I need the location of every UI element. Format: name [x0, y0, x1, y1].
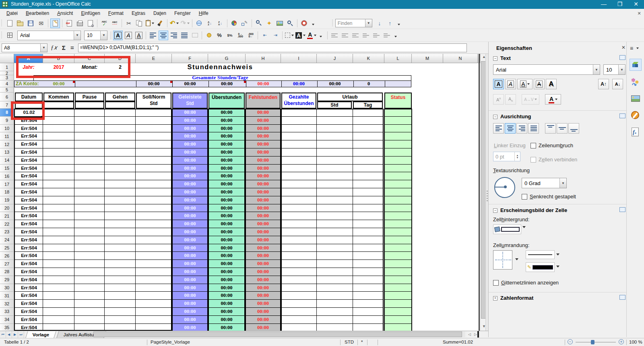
cell-section-launcher-icon[interactable]	[619, 207, 625, 212]
cell[interactable]	[136, 172, 171, 180]
cell[interactable]	[105, 196, 136, 204]
font-color-icon[interactable]: A	[307, 31, 317, 40]
cell-g10[interactable]: 00:00	[208, 125, 245, 133]
cell-f4[interactable]: 00:00	[172, 81, 208, 87]
cell-g32[interactable]: 00:00	[208, 300, 245, 308]
cell[interactable]	[353, 172, 383, 180]
cell-f14[interactable]: 00:00	[172, 157, 208, 165]
cell-i4[interactable]: 00:00	[281, 81, 317, 87]
cell[interactable]	[353, 260, 383, 268]
column-header-G[interactable]: G	[208, 54, 246, 63]
align-section-launcher-icon[interactable]	[619, 113, 625, 118]
cell[interactable]	[43, 260, 74, 268]
cell-h35[interactable]: 00:00	[246, 324, 281, 331]
header-gehen[interactable]: Gehen	[105, 93, 135, 101]
row-header-35[interactable]: 35	[0, 324, 14, 331]
sidebar-subscript-icon[interactable]: An	[505, 94, 516, 105]
row-header-3[interactable]: 3	[0, 75, 14, 80]
sidebar-decrease-font-icon[interactable]: A↓	[612, 79, 623, 89]
cell[interactable]	[43, 132, 74, 140]
align-left-icon[interactable]	[148, 31, 158, 40]
cell[interactable]	[385, 157, 412, 165]
help-icon[interactable]	[299, 19, 309, 28]
sidebar-splitter[interactable]	[485, 54, 488, 331]
cell[interactable]	[353, 148, 383, 157]
find-previous-icon[interactable]: ↑	[385, 19, 395, 28]
show-gridlines-checkbox[interactable]	[493, 280, 499, 286]
cell[interactable]	[353, 300, 383, 308]
cell[interactable]	[353, 117, 383, 125]
row-header-31[interactable]: 31	[0, 292, 14, 300]
cell[interactable]	[43, 196, 74, 204]
cell[interactable]	[43, 117, 74, 125]
cell-g29[interactable]: 00:00	[208, 276, 245, 284]
cell[interactable]	[105, 260, 136, 268]
cell-g27[interactable]: 00:00	[208, 260, 245, 268]
sidebar-italic-icon[interactable]: A	[505, 79, 516, 89]
sidebar-underline-icon[interactable]: A	[517, 79, 533, 89]
number-section-launcher-icon[interactable]	[619, 295, 625, 300]
cell[interactable]	[317, 228, 353, 236]
menu-daten[interactable]: Daten	[149, 9, 170, 17]
sidebar-valign-bottom-icon[interactable]	[568, 123, 579, 134]
cell[interactable]	[281, 268, 317, 276]
cell-f31[interactable]: 00:00	[172, 292, 208, 300]
cell[interactable]	[353, 244, 383, 252]
cell-h30[interactable]: 00:00	[246, 284, 281, 292]
align-objects-center-icon[interactable]	[340, 31, 350, 40]
cell[interactable]	[385, 165, 412, 173]
cell[interactable]	[136, 308, 171, 316]
cell-f26[interactable]: 00:00	[172, 252, 208, 260]
header-pause-sub[interactable]	[75, 101, 104, 109]
cell[interactable]	[317, 109, 353, 117]
cell[interactable]	[353, 276, 383, 284]
sum-icon[interactable]: Σ	[62, 44, 66, 51]
close-button[interactable]: ✕	[627, 0, 644, 9]
cell[interactable]	[281, 204, 317, 212]
cell[interactable]	[43, 324, 74, 331]
cell[interactable]	[353, 236, 383, 244]
gallery-icon[interactable]	[630, 93, 642, 105]
auto-spellcheck-icon[interactable]: ABC~~~	[110, 19, 120, 28]
cell-f33[interactable]: 00:00	[172, 308, 208, 316]
cell-f16[interactable]: 00:00	[172, 172, 208, 180]
row-header-23[interactable]: 23	[0, 228, 14, 236]
cell[interactable]	[43, 308, 74, 316]
cell[interactable]	[74, 308, 105, 316]
cell-a19[interactable]: Err:504	[15, 196, 43, 204]
row-header-24[interactable]: 24	[0, 236, 14, 244]
cell[interactable]	[43, 204, 74, 212]
cell-h12[interactable]: 00:00	[246, 140, 281, 148]
cell[interactable]	[136, 157, 171, 165]
cell-h17[interactable]: 00:00	[246, 180, 281, 188]
cell-f22[interactable]: 00:00	[172, 220, 208, 228]
header-pause[interactable]: Pause	[75, 93, 104, 101]
sidebar-font-name-combobox[interactable]: Arial▼	[493, 64, 600, 75]
border-line-color-dropdown-icon[interactable]	[556, 266, 559, 268]
cell[interactable]	[281, 276, 317, 284]
header-gezahlte-ueberstunden[interactable]: GezahlteÜberstunden	[281, 93, 316, 109]
spreadsheet-grid[interactable]: ABCDEFGHIJKLMN12345678910111213141516171…	[0, 54, 480, 331]
cell[interactable]	[105, 132, 136, 140]
find-toolbar-overflow-icon[interactable]	[396, 21, 401, 25]
cell[interactable]	[74, 276, 105, 284]
number-section-expand-icon[interactable]: +	[493, 296, 497, 301]
cell-h20[interactable]: 00:00	[246, 204, 281, 212]
cell[interactable]	[281, 228, 317, 236]
cell[interactable]	[385, 148, 412, 157]
cell-h4[interactable]: 00:00	[246, 81, 281, 87]
edit-file-icon[interactable]: ✎	[50, 19, 60, 28]
cell[interactable]	[281, 196, 317, 204]
cell[interactable]	[74, 252, 105, 260]
cell-section-collapse-icon[interactable]: −	[493, 208, 497, 213]
cell-g12[interactable]: 00:00	[208, 140, 245, 148]
row-header-15[interactable]: 15	[0, 165, 14, 173]
align-section-collapse-icon[interactable]: −	[493, 115, 497, 119]
cell-h19[interactable]: 00:00	[246, 196, 281, 204]
cell[interactable]	[74, 132, 105, 140]
cell-a29[interactable]: Err:504	[15, 276, 43, 284]
sort-ascending-icon[interactable]: AZ↓	[205, 19, 215, 28]
cell[interactable]	[74, 140, 105, 148]
cell-border-select-icon[interactable]	[493, 250, 512, 270]
sidebar-shadow-icon[interactable]: A	[546, 79, 557, 89]
